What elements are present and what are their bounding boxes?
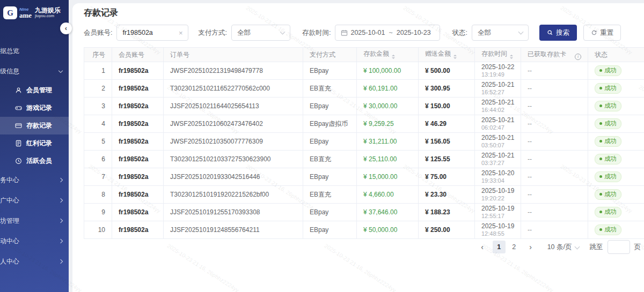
status-badge: 成功 — [595, 83, 621, 94]
column-header: 订单号 — [164, 48, 303, 62]
member-account-input[interactable]: fr198502a × — [116, 25, 188, 41]
cell-bonus-amount: ¥ 250.00 — [419, 221, 475, 239]
cell-bonus-amount: ¥ 500.00 — [419, 62, 475, 80]
cell-index: 1 — [84, 62, 112, 80]
cell-index: 7 — [84, 168, 112, 186]
table-row: 4fr198502aJWSF202510210602473476402EBpay… — [84, 115, 644, 133]
clear-icon[interactable]: × — [179, 29, 183, 37]
cell-bonus-amount: ¥ 150.00 — [419, 98, 475, 115]
search-button[interactable]: 搜索 — [539, 25, 577, 41]
member-account-label: 会员账号: — [84, 28, 112, 38]
cell-pay-method: EB直充 — [303, 80, 357, 98]
cell-status: 成功 — [588, 221, 644, 239]
sidebar-collapse-button[interactable]: ‹ — [60, 23, 72, 34]
sort-icon[interactable] — [453, 53, 457, 61]
sidebar-item-label: 人中心 — [0, 257, 19, 266]
cell-order-no: JWSF202510210602473476402 — [164, 115, 303, 133]
sidebar-item-active-members[interactable]: 活跃会员 — [0, 152, 69, 170]
pay-method-select[interactable]: 全部 — [231, 25, 290, 41]
cell-deposit-time: 2025-10-2103:37:27 — [475, 151, 521, 168]
status-badge: 成功 — [595, 224, 621, 235]
cell-account: fr198502a — [112, 168, 164, 186]
search-icon — [547, 29, 553, 36]
sidebar-item-label: 广中心 — [0, 196, 19, 205]
sidebar-item-deposit-records[interactable]: 存款记录 — [0, 117, 69, 134]
sidebar-item-sub-info[interactable]: 级信息 — [0, 61, 69, 81]
prev-page-button[interactable]: ‹ — [477, 243, 488, 251]
sidebar-item-personal-center[interactable]: 人中心 — [0, 251, 69, 272]
cell-order-no: JJSF202510191248556764211 — [164, 221, 303, 239]
sidebar-item-label: 坊管理 — [0, 216, 19, 226]
cell-order-no: T30230125101919202215262bf00 — [164, 186, 303, 204]
sidebar-item-game-records[interactable]: 游戏记录 — [0, 99, 69, 117]
cell-bonus-amount: ¥ 156.05 — [419, 133, 475, 151]
status-badge: 成功 — [595, 136, 621, 147]
status-select[interactable]: 全部 — [472, 25, 529, 41]
jump-to-label: 跳至 — [590, 243, 603, 252]
cell-index: 8 — [84, 186, 112, 204]
page-size-select[interactable]: 10 条/页 — [547, 243, 579, 252]
chevron-right-icon — [58, 219, 63, 223]
cell-order-no: JJSF202510211644025654113 — [164, 98, 303, 115]
cell-index: 4 — [84, 115, 112, 133]
cell-status: 成功 — [588, 204, 644, 221]
cell-status: 成功 — [588, 62, 644, 80]
cell-deposit-amount: ¥ 50,000.00 — [357, 221, 419, 239]
table-row: 8fr198502aT30230125101919202215262bf00EB… — [84, 186, 644, 204]
sort-icon[interactable] — [510, 53, 513, 61]
deposit-time-label: 存款时间: — [302, 28, 331, 38]
status-badge: 成功 — [595, 101, 621, 111]
jump-page-input[interactable] — [608, 240, 630, 254]
sidebar-menu: 据总览级信息会员管理游戏记录存款记录红利记录活跃会员务中心广中心坊管理动中心人中… — [0, 41, 69, 272]
column-header[interactable]: 赠送金额 — [419, 48, 475, 62]
column-header: 序号 — [84, 48, 112, 62]
cell-order-no: JJSF202510191255170393308 — [164, 204, 303, 221]
brand-logo[interactable]: G Nine ame 九游娱乐 jiuyou.com — [0, 0, 69, 19]
cell-status: 成功 — [588, 98, 644, 115]
status-badge: 成功 — [595, 154, 621, 164]
gamepad-icon — [15, 104, 22, 111]
status-badge: 成功 — [595, 207, 621, 218]
sidebar-item-finance-center[interactable]: 务中心 — [0, 170, 69, 190]
status-badge: 成功 — [595, 118, 621, 129]
cell-deposit-time: 2025-10-2103:50:07 — [475, 133, 521, 151]
table-row: 7fr198502aJJSF202510201933042516446EBpay… — [84, 168, 644, 186]
cell-bonus-amount: ¥ 188.23 — [419, 204, 475, 221]
column-header[interactable]: 存款时间 — [475, 48, 521, 62]
cell-deposit-amount: ¥ 60,191.00 — [357, 80, 419, 98]
sidebar-item-venue-mgmt[interactable]: 坊管理 — [0, 211, 69, 231]
cell-deposit-time: 2025-10-2106:02:47 — [475, 115, 521, 133]
cell-account: fr198502a — [112, 62, 164, 80]
cell-deposit-amount: ¥ 4,660.00 — [357, 186, 419, 204]
cell-deposit-amount: ¥ 100,000.00 — [357, 62, 419, 80]
calendar-icon — [341, 29, 348, 36]
info-icon[interactable]: i — [575, 54, 581, 60]
chevron-right-icon — [58, 198, 63, 203]
status-badge: 成功 — [595, 189, 621, 200]
status-label: 状态: — [452, 28, 467, 38]
cell-bonus-amount: ¥ 75.00 — [419, 168, 475, 186]
next-page-button[interactable]: › — [525, 243, 537, 251]
reset-button[interactable]: 重置 — [583, 25, 621, 41]
cell-pay-method: EB直充 — [303, 151, 357, 168]
cell-pay-method: EBpay — [303, 221, 357, 239]
reset-icon — [591, 29, 597, 36]
sidebar-item-member-mgmt[interactable]: 会员管理 — [0, 81, 69, 99]
cell-deposit-card: -- — [521, 168, 588, 186]
column-header[interactable]: 存款金额 — [357, 48, 419, 62]
sidebar-item-label: 级信息 — [0, 67, 19, 76]
cell-pay-method: EB直充 — [303, 186, 357, 204]
sort-icon[interactable] — [392, 53, 395, 61]
table-row: 2fr198502aT30230125102116522770562c000EB… — [84, 80, 644, 98]
cell-deposit-time: 2025-10-2019:33:04 — [475, 168, 521, 186]
deposit-time-range-picker[interactable]: 2025-10-01 ~ 2025-10-23 — [335, 25, 440, 41]
sidebar-item-overview[interactable]: 据总览 — [0, 41, 69, 61]
sidebar-item-bonus-records[interactable]: 红利记录 — [0, 134, 69, 152]
sidebar-item-activity-center[interactable]: 动中心 — [0, 231, 69, 251]
page-button-1[interactable]: 1 — [493, 241, 506, 253]
cell-pay-method: EBpay — [303, 133, 357, 151]
cell-pay-method: EBpay — [303, 168, 357, 186]
sidebar-item-promo-center[interactable]: 广中心 — [0, 190, 69, 211]
page-button-2[interactable]: 2 — [508, 241, 521, 253]
column-header: 状态 — [588, 48, 644, 62]
